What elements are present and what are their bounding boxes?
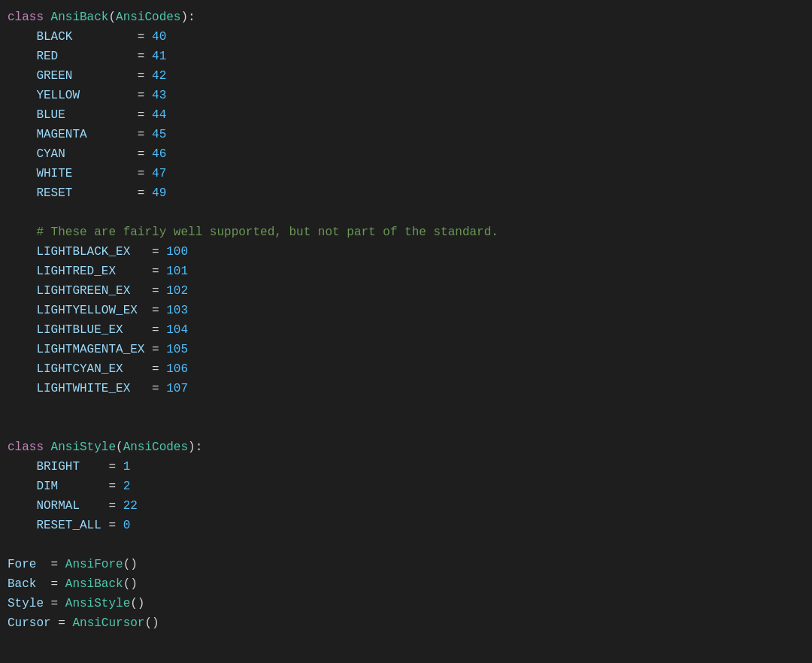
val-lightyellow: 103: [166, 301, 188, 320]
line-style: Style = AnsiStyle(): [0, 594, 812, 613]
line-dim: DIM = 2: [0, 477, 812, 496]
keyword-class: class: [8, 8, 51, 27]
line-reset-all: RESET_ALL = 0: [0, 516, 812, 535]
attr-bright: BRIGHT: [8, 457, 108, 477]
val-reset-all: 0: [123, 516, 131, 535]
class-ansistyle: AnsiStyle: [65, 594, 130, 613]
var-back: Back: [8, 574, 51, 594]
line-back: Back = AnsiBack(): [0, 574, 812, 594]
attr-yellow: YELLOW: [8, 86, 138, 105]
line-bright: BRIGHT = 1: [0, 457, 812, 477]
line-lightred: LIGHTRED_EX = 101: [0, 262, 812, 281]
attr-lightblack: LIGHTBLACK_EX: [8, 242, 152, 262]
attr-lightblue: LIGHTBLUE_EX: [8, 320, 152, 340]
line-comment: # These are fairly well supported, but n…: [0, 223, 812, 242]
line-lightcyan: LIGHTCYAN_EX = 106: [0, 359, 812, 379]
class-ansifor: AnsiFore: [65, 555, 123, 574]
attr-normal: NORMAL: [8, 496, 108, 516]
val-lightcyan: 106: [166, 359, 188, 379]
empty-3: [0, 418, 812, 437]
line-normal: NORMAL = 22: [0, 496, 812, 516]
attr-lightmagenta: LIGHTMAGENTA_EX: [8, 340, 152, 359]
val-lightgreen: 102: [166, 281, 188, 301]
val-lightmagenta: 105: [166, 340, 188, 359]
line-fore: Fore = AnsiFore(): [0, 555, 812, 574]
attr-blue: BLUE: [8, 105, 138, 125]
val-white: 47: [152, 164, 166, 183]
line-reset: RESET = 49: [0, 183, 812, 203]
val-dim: 2: [123, 477, 131, 496]
line-blue: BLUE = 44: [0, 105, 812, 125]
line-class-ansistyle: class AnsiStyle(AnsiCodes):: [0, 437, 812, 457]
val-normal: 22: [123, 496, 138, 516]
val-reset: 49: [152, 183, 166, 203]
line-lightblack: LIGHTBLACK_EX = 100: [0, 242, 812, 262]
line-lightyellow: LIGHTYELLOW_EX = 103: [0, 301, 812, 320]
line-red: RED = 41: [0, 47, 812, 66]
attr-red: RED: [8, 47, 138, 66]
val-cyan: 46: [152, 144, 166, 164]
val-magenta: 45: [152, 125, 166, 144]
val-bright: 1: [123, 457, 131, 477]
val-lightblue: 104: [166, 320, 188, 340]
line-yellow: YELLOW = 43: [0, 86, 812, 105]
line-lightwhite: LIGHTWHITE_EX = 107: [0, 379, 812, 398]
val-yellow: 43: [152, 86, 166, 105]
line-magenta: MAGENTA = 45: [0, 125, 812, 144]
classname-ansistyle: AnsiStyle: [51, 437, 116, 457]
line-lightmagenta: LIGHTMAGENTA_EX = 105: [0, 340, 812, 359]
attr-black: BLACK: [8, 27, 138, 47]
attr-white: WHITE: [8, 164, 138, 183]
attr-reset: RESET: [8, 183, 138, 203]
attr-lightred: LIGHTRED_EX: [8, 262, 152, 281]
class-ansicursor: AnsiCursor: [72, 613, 144, 633]
line-lightblue: LIGHTBLUE_EX = 104: [0, 320, 812, 340]
val-blue: 44: [152, 105, 166, 125]
line-white: WHITE = 47: [0, 164, 812, 183]
attr-lightcyan: LIGHTCYAN_EX: [8, 359, 152, 379]
code-editor: class AnsiBack(AnsiCodes): BLACK = 40 RE…: [0, 0, 812, 663]
line-lightgreen: LIGHTGREEN_EX = 102: [0, 281, 812, 301]
line-cursor: Cursor = AnsiCursor(): [0, 613, 812, 633]
val-red: 41: [152, 47, 166, 66]
class-ansiback: AnsiBack: [65, 574, 123, 594]
var-fore: Fore: [8, 555, 51, 574]
val-black: 40: [152, 27, 166, 47]
attr-green: GREEN: [8, 66, 138, 86]
attr-reset-all: RESET_ALL: [8, 516, 108, 535]
parent-ansistyle: AnsiCodes: [123, 437, 188, 457]
line-cyan: CYAN = 46: [0, 144, 812, 164]
val-lightblack: 100: [166, 242, 188, 262]
attr-lightwhite: LIGHTWHITE_EX: [8, 379, 152, 398]
attr-lightyellow: LIGHTYELLOW_EX: [8, 301, 152, 320]
attr-cyan: CYAN: [8, 144, 138, 164]
empty-4: [0, 535, 812, 555]
var-cursor: Cursor: [8, 613, 58, 633]
val-green: 42: [152, 66, 166, 86]
comment-text: # These are fairly well supported, but n…: [8, 223, 498, 242]
empty-2: [0, 398, 812, 418]
line-black: BLACK = 40: [0, 27, 812, 47]
val-lightred: 101: [166, 262, 188, 281]
parent-ansiback: AnsiCodes: [116, 8, 180, 27]
keyword-class-2: class: [8, 437, 51, 457]
line-class-ansiback: class AnsiBack(AnsiCodes):: [0, 8, 812, 27]
empty-1: [0, 203, 812, 223]
attr-dim: DIM: [8, 477, 108, 496]
classname-ansiback: AnsiBack: [51, 8, 109, 27]
attr-magenta: MAGENTA: [8, 125, 138, 144]
line-green: GREEN = 42: [0, 66, 812, 86]
var-style: Style: [8, 594, 51, 613]
attr-lightgreen: LIGHTGREEN_EX: [8, 281, 152, 301]
val-lightwhite: 107: [166, 379, 188, 398]
